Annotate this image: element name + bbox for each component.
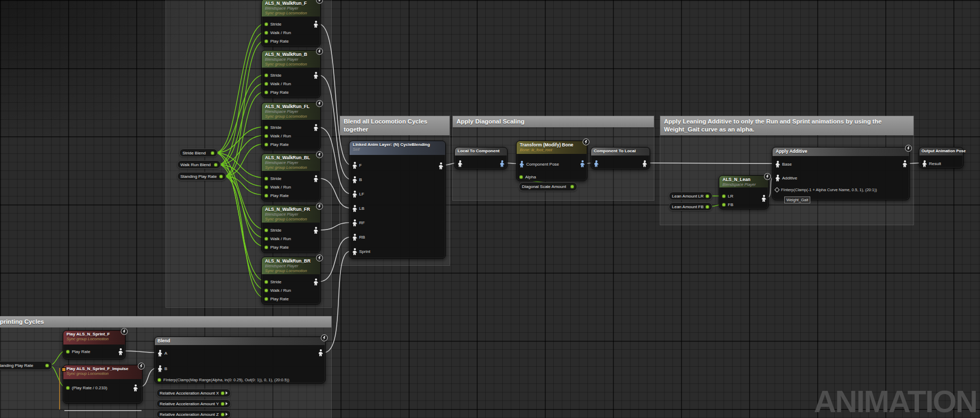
pin-walk-run[interactable]: Walk / Run <box>262 183 320 191</box>
anim-node-walkrun-bl[interactable]: ALS_N_WalkRun_BL Blendspace Player Sync … <box>261 153 321 201</box>
float-pin-icon[interactable] <box>264 194 268 198</box>
pose-output-pin[interactable] <box>642 160 647 167</box>
pin-play-rate[interactable]: Play Rate <box>63 348 125 355</box>
param-pill-relative-accel-x[interactable]: Relative Acceleration Amount X <box>156 389 231 397</box>
node-header[interactable]: Play ALS_N_Sprint_F Sync group Locomotio… <box>63 331 125 345</box>
pose-pin-icon[interactable] <box>352 205 357 212</box>
pin-stride[interactable]: Stride <box>262 174 320 183</box>
pose-pin-icon[interactable] <box>352 248 357 255</box>
anim-node-play-sprint-f[interactable]: Play ALS_N_Sprint_F Sync group Locomotio… <box>63 330 126 359</box>
float-pin-icon[interactable] <box>705 205 709 209</box>
pin-b[interactable]: B <box>350 173 445 187</box>
animgraph-canvas[interactable]: Blend all Locomotion Cycles together App… <box>0 0 980 418</box>
pose-output-pin[interactable] <box>313 21 318 28</box>
anim-node-walkrun-fr[interactable]: ALS_N_WalkRun_FR Blendspace Player Sync … <box>261 205 321 253</box>
float-pin-icon[interactable] <box>219 175 223 178</box>
float-pin-icon[interactable] <box>722 194 726 198</box>
float-pin-icon[interactable] <box>221 391 225 395</box>
float-pin-icon[interactable] <box>570 185 574 188</box>
float-pin-icon[interactable] <box>221 402 225 406</box>
pose-io-row[interactable] <box>591 158 650 169</box>
pin-lb[interactable]: LB <box>350 201 445 216</box>
node-header[interactable]: Component To Local <box>591 147 650 155</box>
pin-walk-run[interactable]: Walk / Run <box>262 79 320 88</box>
pin-play-rate[interactable]: Play Rate <box>262 88 320 96</box>
pin-play-rate[interactable]: Play Rate <box>262 294 320 303</box>
pose-output-pin[interactable] <box>580 160 585 167</box>
pin-walk-run[interactable]: Walk / Run <box>262 286 320 294</box>
pin-stride[interactable]: Stride <box>262 277 320 286</box>
float-pin-icon[interactable] <box>722 203 726 207</box>
pose-pin-icon[interactable] <box>519 161 524 168</box>
pose-output-pin[interactable] <box>313 124 318 131</box>
float-pin-icon[interactable] <box>264 73 268 77</box>
pin-walk-run[interactable]: Walk / Run <box>262 234 320 243</box>
pose-output-pin[interactable] <box>313 227 318 234</box>
anim-node-walkrun-br[interactable]: ALS_N_WalkRun_BR Blendspace Player Sync … <box>261 257 321 305</box>
float-pin-icon[interactable] <box>66 350 70 354</box>
float-pin-icon[interactable] <box>264 134 268 138</box>
pose-output-pin[interactable] <box>318 349 323 356</box>
node-header[interactable]: ALS_N_Lean Blendspace Player <box>719 176 768 187</box>
pin-a[interactable]: A <box>155 349 325 357</box>
float-pin-icon[interactable] <box>264 228 268 232</box>
pose-output-pin[interactable] <box>438 162 443 169</box>
anim-node-apply-additive[interactable]: Apply Additive Base Additive FInterp(Cla… <box>772 147 910 200</box>
pin-play-rate-expression[interactable]: (Play Rate / 0.233) <box>63 384 142 391</box>
float-pin-icon[interactable] <box>264 245 268 249</box>
node-header[interactable]: Local To Component <box>455 147 507 155</box>
float-pin-icon[interactable] <box>519 175 523 179</box>
pose-pin-icon[interactable] <box>922 160 927 167</box>
pin-lf[interactable]: LF <box>350 187 445 201</box>
pose-pin-icon[interactable] <box>352 234 357 241</box>
anim-node-als-lean[interactable]: ALS_N_Lean Blendspace Player LR FB <box>719 175 769 209</box>
node-header[interactable]: Linked Anim Layer: (N) CycleBlending Sel… <box>350 141 445 155</box>
param-pill-walk-run-blend[interactable]: Walk Run Blend <box>177 160 221 169</box>
pose-output-pin[interactable] <box>133 384 138 391</box>
node-header[interactable]: ALS_N_WalkRun_BR Blendspace Player Sync … <box>262 257 320 274</box>
anim-node-walkrun-f[interactable]: ALS_N_WalkRun_F Blendspace Player Sync g… <box>261 0 321 47</box>
node-header[interactable]: Blend <box>155 337 325 345</box>
param-pill-lean-amount-fb[interactable]: Lean Amount FB <box>669 202 712 211</box>
pin-fb[interactable]: FB <box>719 201 768 209</box>
float-pin-icon[interactable] <box>264 143 268 146</box>
comment-title[interactable]: Apply Diagonal Scaling <box>453 116 654 127</box>
pin-stride[interactable]: Stride <box>262 226 320 234</box>
param-pill-lean-amount-lr[interactable]: Lean Amount LR <box>669 192 712 200</box>
pin-alpha-expression[interactable]: FInterp(Clamp(-1 + Alpha Curve Name, 0.5… <box>773 185 909 194</box>
anim-node-play-sprint-f-impulse[interactable]: Play ALS_N_Sprint_F_Impulse Sync group L… <box>63 365 143 404</box>
float-pin-icon[interactable] <box>264 82 268 86</box>
float-pin-icon[interactable] <box>264 280 268 284</box>
param-pill-diagonal-scale-amount[interactable]: Diagonal Scale Amount <box>519 182 577 191</box>
node-header[interactable]: ALS_N_WalkRun_FR Blendspace Player Sync … <box>262 206 320 223</box>
pin-sprint[interactable]: Sprint <box>350 244 445 259</box>
pin-f[interactable]: F <box>350 158 445 173</box>
anim-node-local-to-component[interactable]: Local To Component <box>454 147 508 169</box>
pose-pin-icon[interactable] <box>352 191 357 198</box>
float-pin-icon[interactable] <box>214 163 218 167</box>
param-pill-stride-blend[interactable]: Stride Blend <box>179 149 218 157</box>
float-pin-icon[interactable] <box>221 413 225 416</box>
pin-stride[interactable]: Stride <box>262 123 320 132</box>
pose-pin-icon[interactable] <box>157 365 162 372</box>
anim-node-walkrun-b[interactable]: ALS_N_WalkRun_B Blendspace Player Sync g… <box>261 50 321 98</box>
float-pin-icon[interactable] <box>264 297 268 301</box>
float-pin-icon[interactable] <box>264 22 268 26</box>
pin-alpha[interactable]: Alpha <box>517 171 587 182</box>
float-pin-icon[interactable] <box>264 126 268 129</box>
pose-output-pin[interactable] <box>761 195 766 202</box>
pin-play-rate[interactable]: Play Rate <box>262 243 320 251</box>
pin-stride[interactable]: Stride <box>262 20 320 28</box>
pose-pin-icon[interactable] <box>352 219 357 226</box>
param-pill-standing-play-rate[interactable]: Standing Play Rate <box>177 172 226 181</box>
float-pin-icon[interactable] <box>264 237 268 241</box>
float-pin-icon[interactable] <box>211 151 214 155</box>
anim-node-walkrun-fl[interactable]: ALS_N_WalkRun_FL Blendspace Player Sync … <box>261 102 321 150</box>
pin-play-rate[interactable]: Play Rate <box>262 191 320 200</box>
pose-pin-icon[interactable] <box>594 160 599 167</box>
anim-node-cycle-blending[interactable]: Linked Anim Layer: (N) CycleBlending Sel… <box>349 141 446 259</box>
pin-result[interactable]: Result <box>919 159 963 168</box>
pin-play-rate[interactable]: Play Rate <box>262 37 320 45</box>
float-pin-icon[interactable] <box>157 378 161 382</box>
float-pin-icon[interactable] <box>66 386 70 390</box>
